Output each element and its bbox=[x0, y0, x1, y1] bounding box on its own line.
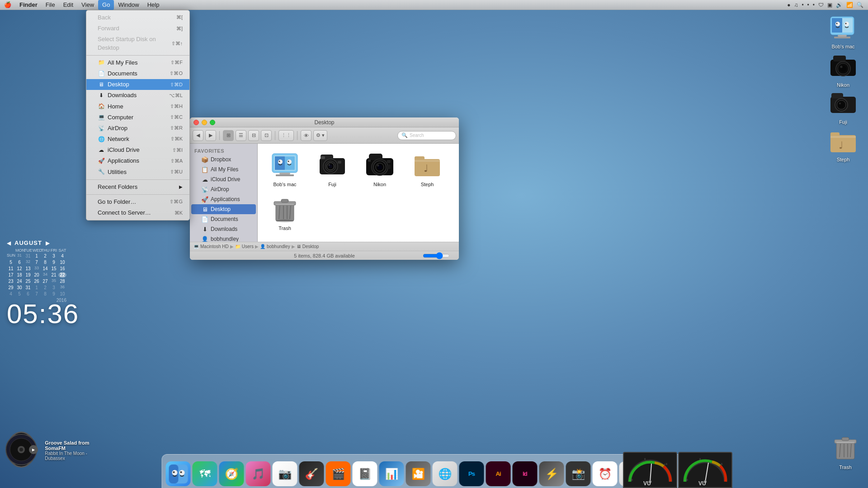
dock-itunes[interactable]: 🎵 bbox=[246, 461, 271, 486]
menubar-view[interactable]: View bbox=[77, 0, 98, 10]
file-item-bobs-mac[interactable]: Bob's mac bbox=[262, 148, 307, 190]
cal-day[interactable]: 17 bbox=[7, 272, 15, 278]
cal-day[interactable]: 10 bbox=[58, 291, 66, 297]
window-minimize-button[interactable] bbox=[202, 120, 207, 125]
path-users[interactable]: Users bbox=[242, 244, 254, 249]
desktop-trash[interactable]: Trash bbox=[827, 434, 863, 470]
cal-day[interactable]: 25 bbox=[24, 278, 32, 284]
cal-day[interactable]: 12 bbox=[15, 266, 24, 272]
menu-item-forward[interactable]: Forward ⌘] bbox=[86, 23, 189, 34]
desktop-icon-nikon[interactable]: Nikon bbox=[825, 53, 861, 88]
dock-contacts[interactable]: 📓 bbox=[353, 461, 377, 486]
menu-item-computer[interactable]: 💻 Computer ⇧⌘C bbox=[86, 112, 189, 123]
dock-launchpad[interactable]: ⚡ bbox=[539, 461, 564, 486]
cal-day[interactable]: 8 bbox=[41, 259, 49, 265]
cal-day[interactable]: 27 bbox=[41, 278, 49, 284]
menu-item-connect-server[interactable]: Connect to Server… ⌘K bbox=[86, 207, 189, 218]
dock-ps[interactable]: Ps bbox=[459, 461, 484, 486]
menubar-window[interactable]: Window bbox=[114, 0, 143, 10]
desktop-icon-bobs-mac[interactable]: Bob's mac bbox=[825, 15, 861, 49]
menubar-note-icon[interactable]: ♫ bbox=[794, 2, 798, 8]
cal-day[interactable]: 9 bbox=[50, 259, 58, 265]
cal-day[interactable]: 9 bbox=[50, 291, 58, 297]
dock-capture[interactable]: 📸 bbox=[566, 461, 591, 486]
dock-clock[interactable]: ⏰ bbox=[593, 461, 618, 486]
dock-safari[interactable]: 🧭 bbox=[219, 461, 244, 486]
cal-day[interactable]: 19 bbox=[24, 272, 32, 278]
dock-photos[interactable]: 📷 bbox=[273, 461, 297, 486]
sidebar-item-dropbox[interactable]: 📦 Dropbox bbox=[191, 155, 256, 164]
menubar-finder[interactable]: Finder bbox=[15, 0, 42, 10]
cal-day[interactable]: 5 bbox=[15, 291, 24, 297]
cal-day[interactable]: 1 bbox=[33, 253, 41, 259]
menu-item-startup[interactable]: Select Startup Disk on Desktop ⇧⌘↑ bbox=[86, 34, 189, 53]
path-hd[interactable]: Macintosh HD bbox=[200, 244, 229, 249]
cal-day[interactable]: 8 bbox=[41, 291, 49, 297]
cal-day[interactable]: 3 bbox=[50, 285, 58, 291]
cal-day[interactable]: 15 bbox=[50, 266, 58, 272]
dock-imovie[interactable]: 🎦 bbox=[406, 461, 431, 486]
cal-day[interactable]: 11 bbox=[7, 266, 15, 272]
cal-day[interactable]: 4 bbox=[7, 291, 15, 297]
toolbar-cover-view-button[interactable]: ⊡ bbox=[261, 130, 272, 141]
cal-day[interactable]: 23 bbox=[7, 278, 15, 284]
cal-day[interactable]: 7 bbox=[33, 291, 41, 297]
file-item-nikon[interactable]: Nikon bbox=[357, 148, 402, 190]
cal-next-button[interactable]: ▶ bbox=[46, 240, 50, 246]
menu-item-icloud[interactable]: ☁ iCloud Drive ⇧⌘I bbox=[86, 145, 189, 155]
cal-day[interactable]: 2 bbox=[41, 285, 49, 291]
desktop-icon-fuji[interactable]: Fuji bbox=[825, 90, 861, 125]
sidebar-item-airdrop[interactable]: 📡 AirDrop bbox=[191, 184, 256, 194]
menu-item-all-my-files[interactable]: 📁 All My Files ⇧⌘F bbox=[86, 57, 189, 68]
sidebar-item-desktop[interactable]: 🖥 Desktop bbox=[191, 204, 256, 214]
menubar-edit[interactable]: Edit bbox=[59, 0, 77, 10]
sidebar-item-all-my-files[interactable]: 📋 All My Files bbox=[191, 164, 256, 174]
path-desktop[interactable]: Desktop bbox=[302, 244, 319, 249]
dock-keynote[interactable]: 📊 bbox=[379, 461, 404, 486]
menubar-file[interactable]: File bbox=[42, 0, 59, 10]
music-play-button[interactable]: ▶ bbox=[29, 445, 38, 454]
cal-day[interactable]: 21 bbox=[50, 272, 58, 278]
menu-item-airdrop[interactable]: 📡 AirDrop ⇧⌘R bbox=[86, 123, 189, 134]
cal-day[interactable]: 31 bbox=[24, 253, 32, 259]
toolbar-icon-view-button[interactable]: ⊞ bbox=[223, 130, 234, 141]
cal-day[interactable]: 10 bbox=[58, 259, 66, 265]
dock-ai[interactable]: Ai bbox=[486, 461, 511, 486]
cal-day[interactable]: 30 bbox=[15, 285, 24, 291]
menu-item-documents[interactable]: 📄 Documents ⇧⌘O bbox=[86, 68, 189, 79]
cal-day[interactable]: 24 bbox=[15, 278, 24, 284]
toolbar-arrange-button[interactable]: ⋮⋮ bbox=[278, 130, 294, 141]
menu-item-recent-folders[interactable]: Recent Folders ▶ bbox=[86, 182, 189, 192]
menu-item-desktop[interactable]: 🖥 Desktop ⇧⌘D bbox=[86, 79, 189, 90]
cal-today[interactable]: 22 bbox=[58, 272, 66, 278]
toolbar-forward-button[interactable]: ▶ bbox=[205, 130, 216, 141]
menu-item-home[interactable]: 🏠 Home ⇧⌘H bbox=[86, 101, 189, 112]
zoom-slider[interactable] bbox=[423, 253, 450, 258]
menu-item-utilities[interactable]: 🔧 Utilities ⇧⌘U bbox=[86, 167, 189, 178]
path-user[interactable]: bobhundley bbox=[267, 244, 290, 249]
search-box[interactable]: 🔍 Search bbox=[397, 131, 456, 140]
menu-item-downloads[interactable]: ⬇ Downloads ⌥⌘L bbox=[86, 90, 189, 101]
sidebar-item-icloud[interactable]: ☁ iCloud Drive bbox=[191, 174, 256, 184]
menubar-vpn-icon[interactable]: 🛡 bbox=[818, 2, 824, 8]
toolbar-back-button[interactable]: ◀ bbox=[193, 130, 203, 141]
toolbar-quicklook-button[interactable]: 👁 bbox=[301, 130, 311, 141]
dock-indesign[interactable]: Id bbox=[513, 461, 538, 486]
dock-safari2[interactable]: 🌐 bbox=[433, 461, 458, 486]
cal-day[interactable]: 1 bbox=[33, 285, 41, 291]
sidebar-item-documents[interactable]: 📄 Documents bbox=[191, 214, 256, 224]
sidebar-item-downloads[interactable]: ⬇ Downloads bbox=[191, 224, 256, 234]
cal-day[interactable]: 29 bbox=[7, 285, 15, 291]
cal-day[interactable]: 13 bbox=[24, 266, 32, 272]
menu-item-go-to-folder[interactable]: Go to Folder… ⇧⌘G bbox=[86, 197, 189, 207]
cal-day[interactable]: 20 bbox=[33, 272, 41, 278]
sidebar-item-applications[interactable]: 🚀 Applications bbox=[191, 194, 256, 204]
cal-prev-button[interactable]: ◀ bbox=[7, 240, 11, 246]
file-item-fuji[interactable]: Fuji bbox=[310, 148, 355, 190]
dock-vlc[interactable]: 🎬 bbox=[326, 461, 351, 486]
desktop-icon-steph[interactable]: ♩ Steph bbox=[825, 128, 861, 162]
menubar-screen-icon[interactable]: ▣ bbox=[827, 2, 832, 8]
toolbar-action-button[interactable]: ⚙ ▾ bbox=[313, 130, 327, 141]
menubar-search-icon[interactable]: 🔍 bbox=[857, 2, 863, 8]
cal-day[interactable]: 3 bbox=[50, 253, 58, 259]
